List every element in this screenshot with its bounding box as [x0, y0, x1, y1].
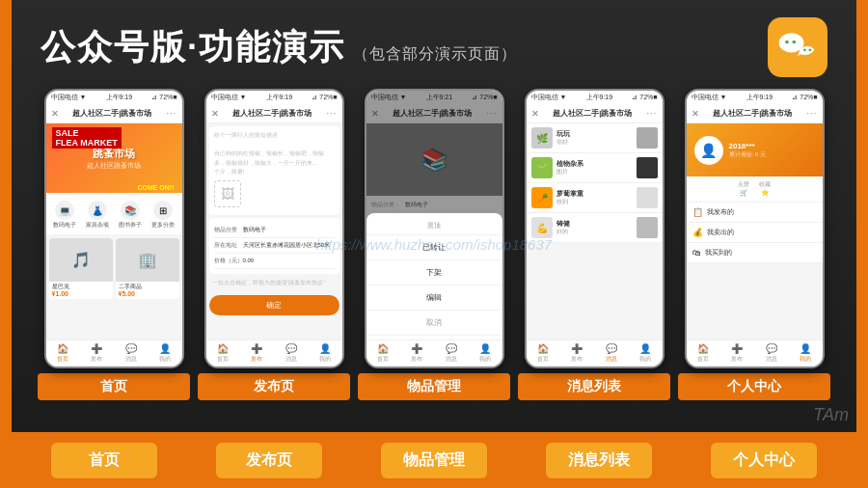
- bottom-nav-manage-home[interactable]: 🏠 首页: [377, 343, 389, 364]
- bottom-nav-publish-home[interactable]: 🏠 首页: [217, 343, 229, 364]
- product-img-2: 🏢: [116, 238, 179, 282]
- stat-cart[interactable]: 点赞 🛒: [738, 181, 749, 197]
- profile-menu-label-1: 我发布的: [707, 208, 734, 217]
- close-icon-publish[interactable]: ✕: [211, 109, 219, 119]
- desc-placeholder: 给个一两行人的简短描述自己种的的红辣椒，辣椒长，辣椒肥，辣椒多，辣椒很好，辣椒大…: [214, 131, 335, 177]
- msg-nav-label: 消息: [125, 355, 137, 364]
- msg-thumb-3: [637, 187, 658, 208]
- product-price-2: ¥5.00: [119, 290, 176, 297]
- product-name-2: 二手商品: [119, 284, 176, 290]
- phone-wrapper-home: 中国电信 ▼ 上午9:19 ⊿ 72%■ ✕ 超人社区二手|跳蚤市场 ··· S…: [38, 89, 190, 400]
- time-publish: 上午9:19: [266, 93, 293, 102]
- msg-item-1[interactable]: 🌿 玩玩 你好: [527, 123, 663, 153]
- header-title: 公众号版·功能演示 （包含部分演示页面）: [41, 24, 517, 71]
- battery-home: ⊿ 72%■: [151, 94, 176, 101]
- page-subtitle: （包含部分演示页面）: [353, 44, 517, 65]
- manage-home-icon: 🏠: [377, 343, 389, 354]
- phone-wrapper-manage: 中国电信 ▼ 上午9:21 ⊿ 72%■ ✕ 超人社区二手|跳蚤市场 ··· 📚…: [358, 89, 510, 400]
- bottom-nav-publish-msg[interactable]: 💬 消息: [285, 343, 297, 364]
- msg-item-2[interactable]: 🌱 植物杂系 图片: [527, 153, 663, 183]
- phone1-content: SALEFLEA MARKET 跳蚤市场 超人社区跳蚤市场 COME ON!! …: [46, 123, 182, 303]
- close-icon[interactable]: ✕: [51, 109, 59, 119]
- bottom-nav-publish-active[interactable]: ➕ 发布: [251, 343, 262, 364]
- profile-menu-sold[interactable]: 💰 我卖出的: [687, 223, 823, 243]
- more-icon-home[interactable]: ···: [166, 108, 176, 119]
- msg-item-3[interactable]: 🥕 萝蔔掌重 收到: [527, 183, 663, 213]
- profile-menu-bought[interactable]: 🛍 我买到的: [687, 243, 823, 263]
- tab-home[interactable]: 首页: [51, 443, 157, 478]
- confirm-button[interactable]: 确定: [209, 295, 339, 315]
- cat-books[interactable]: 📚 图书券子: [119, 201, 142, 229]
- bottom-nav-profile-btn[interactable]: 👤 我的: [159, 343, 171, 364]
- profile-menu-label-3: 我买到的: [705, 249, 732, 258]
- category-label: 物品分类: [214, 226, 243, 234]
- bottom-nav-publish: 🏠 首页 ➕ 发布 💬 消息 👤 我的: [206, 339, 342, 366]
- bottom-nav-profile-publish[interactable]: ➕ 发布: [731, 343, 743, 364]
- categories-home: 💻 数码电子 👗 家具杂项 📚 图书券子 ⊞: [46, 195, 182, 234]
- close-icon-msg[interactable]: ✕: [531, 109, 539, 119]
- profile-menu-published[interactable]: 📋 我发布的: [687, 203, 823, 223]
- more-icon-publish[interactable]: ···: [326, 108, 337, 119]
- bottom-nav-profile-msg[interactable]: 💬 消息: [766, 343, 777, 364]
- msg-avatar-2: 🌱: [531, 157, 553, 178]
- carrier-profile: 中国电信 ▼: [692, 93, 727, 102]
- cat-electronics[interactable]: 💻 数码电子: [53, 201, 76, 229]
- category-value: 数码电子: [243, 226, 335, 234]
- profile-home-icon: 🏠: [697, 343, 709, 354]
- msg-name-4: 铸健: [556, 220, 633, 229]
- tab-manage[interactable]: 物品管理: [381, 443, 487, 478]
- nav-bar-publish: ✕ 超人社区二手|跳蚤市场 ···: [206, 104, 342, 123]
- cat-label-clothing: 家具杂项: [86, 222, 109, 229]
- bottom-nav-msg-publish[interactable]: ➕ 发布: [571, 343, 583, 364]
- cat-clothing[interactable]: 👗 家具杂项: [86, 201, 109, 229]
- stat-collect-label: 收藏: [759, 181, 771, 188]
- more-icon-profile[interactable]: ···: [806, 108, 817, 119]
- cat-more[interactable]: ⊞ 更多分类: [151, 201, 175, 229]
- stat-collect[interactable]: 收藏 ⭐: [759, 181, 771, 197]
- phone-profile: 中国电信 ▼ 上午9:19 ⊿ 72%■ ✕ 超人社区二手|跳蚤市场 ··· 👤…: [685, 89, 825, 368]
- nav-bar-profile: ✕ 超人社区二手|跳蚤市场 ···: [687, 104, 823, 123]
- msg-preview-4: 好的: [556, 229, 633, 235]
- manage-publish-label: 发布: [411, 355, 422, 364]
- publish-profile-label: 我的: [319, 355, 331, 364]
- profile-msg-icon: 💬: [766, 343, 777, 354]
- manage-home-label: 首页: [377, 355, 389, 364]
- bottom-nav-publish-profile[interactable]: 👤 我的: [319, 343, 331, 364]
- bottom-nav-home-btn[interactable]: 🏠 首页: [57, 343, 68, 364]
- bottom-nav-profile-active[interactable]: 👤 我的: [800, 343, 811, 364]
- msg-item-4[interactable]: 💪 铸健 好的: [527, 213, 663, 243]
- bottom-nav-manage-publish[interactable]: ➕ 发布: [411, 343, 422, 364]
- banner-home: SALEFLEA MARKET 跳蚤市场 超人社区跳蚤市场 COME ON!!: [46, 123, 182, 193]
- tab-publish[interactable]: 发布页: [216, 443, 322, 478]
- popup-item-offline[interactable]: 下架: [366, 260, 502, 285]
- phone-messages: 中国电信 ▼ 上午9:19 ⊿ 72%■ ✕ 超人社区二手|跳蚤市场 ··· 🌿…: [525, 89, 665, 368]
- location-label: 所在地址: [214, 241, 243, 250]
- product-card-1[interactable]: 🎵 星巴克 ¥1.00: [49, 238, 113, 299]
- bottom-nav-msg-profile[interactable]: 👤 我的: [639, 343, 651, 364]
- publish-msg-label: 消息: [285, 355, 297, 364]
- bottom-nav-msg-active[interactable]: 💬 消息: [606, 343, 617, 364]
- tab-messages[interactable]: 消息列表: [546, 443, 652, 478]
- close-icon-profile[interactable]: ✕: [692, 109, 699, 119]
- popup-item-cancel[interactable]: 取消: [366, 311, 502, 336]
- product-grid: 🎵 星巴克 ¥1.00 🏢 二手商品 ¥5.00: [49, 238, 179, 299]
- bottom-nav-profile-home[interactable]: 🏠 首页: [697, 343, 709, 364]
- popup-item-transferred[interactable]: 已转让: [366, 235, 502, 260]
- manage-msg-icon: 💬: [446, 343, 457, 354]
- msg-profile-icon: 👤: [639, 343, 651, 354]
- phone-label-messages: 消息列表: [518, 373, 670, 400]
- bottom-nav-msg-btn[interactable]: 💬 消息: [125, 343, 137, 364]
- popup-item-edit[interactable]: 编辑: [366, 285, 502, 311]
- more-icon-msg[interactable]: ···: [646, 108, 657, 119]
- bottom-nav-msg-home[interactable]: 🏠 首页: [537, 343, 549, 364]
- phone-label-profile: 个人中心: [678, 373, 830, 400]
- svg-point-4: [809, 48, 812, 51]
- product-card-2[interactable]: 🏢 二手商品 ¥5.00: [116, 238, 179, 299]
- bottom-nav-manage-msg[interactable]: 💬 消息: [446, 343, 457, 364]
- image-upload-btn[interactable]: 🖼: [214, 180, 241, 207]
- carrier-home: 中国电信 ▼: [51, 93, 87, 102]
- bottom-nav-publish-btn[interactable]: ➕ 发布: [91, 343, 102, 364]
- published-icon: 📋: [692, 207, 703, 217]
- tab-profile[interactable]: 个人中心: [711, 443, 817, 478]
- bottom-nav-manage-profile[interactable]: 👤 我的: [479, 343, 491, 364]
